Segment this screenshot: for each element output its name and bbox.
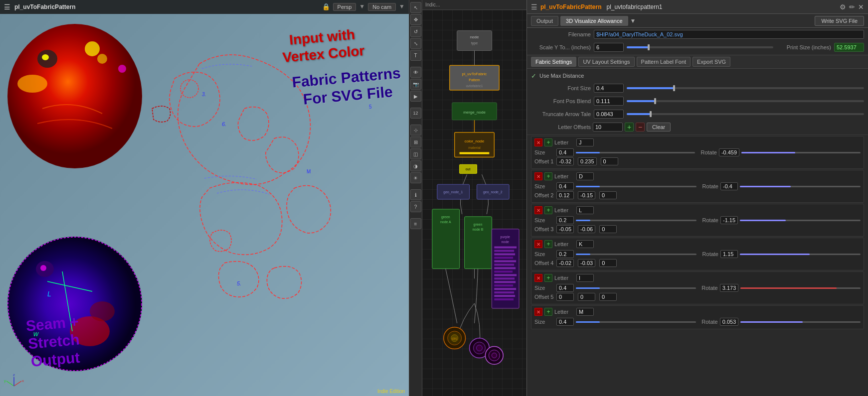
letter-d-offset-x[interactable]: 0.12 xyxy=(556,191,574,199)
letter-j-remove[interactable]: ✕ xyxy=(534,138,542,146)
letter-i-add[interactable]: + xyxy=(544,274,552,282)
letter-l-offset-z[interactable]: 0 xyxy=(599,225,617,233)
letter-i-size-slider[interactable] xyxy=(576,287,696,289)
toolbar-btn-layers[interactable]: ≡ xyxy=(410,218,421,229)
letter-k-size-slider[interactable] xyxy=(576,254,696,255)
letter-k-remove[interactable]: ✕ xyxy=(534,240,542,248)
toolbar-btn-transform[interactable]: T xyxy=(410,50,421,61)
letter-d-offset-y[interactable]: -0.15 xyxy=(578,191,595,199)
btn-uv-layout[interactable]: UV Layout Settings xyxy=(578,57,634,67)
letter-j-size-value[interactable]: 0.4 xyxy=(556,148,574,156)
letter-m-size-value[interactable]: 0.4 xyxy=(556,318,574,326)
clear-btn[interactable]: Clear xyxy=(647,123,671,132)
letter-i-offset-x[interactable]: 0 xyxy=(556,293,574,301)
toolbar-btn-grid[interactable]: ⊞ xyxy=(410,136,421,147)
letter-m-size-slider[interactable] xyxy=(576,321,696,323)
truncate-arrow-slider[interactable] xyxy=(627,113,864,115)
letter-k-rotate-value[interactable]: 1.15 xyxy=(720,250,738,258)
toolbar-btn-info[interactable]: ℹ xyxy=(410,189,421,200)
scale-y-slider[interactable] xyxy=(627,46,773,48)
letter-i-offset-y[interactable]: 0 xyxy=(578,293,595,301)
font-pos-blend-value[interactable]: 0.111 xyxy=(594,97,624,106)
letter-j-offset-z[interactable]: 0 xyxy=(601,157,618,165)
letter-d-rotate-slider[interactable] xyxy=(740,186,861,187)
toolbar-btn-wireframe[interactable]: ◫ xyxy=(410,148,421,159)
letter-l-offset-x[interactable]: -0.05 xyxy=(556,225,574,233)
tab-visualize[interactable]: 3D Visualize Allowance xyxy=(560,16,628,26)
letter-d-offset-z[interactable]: 0 xyxy=(599,191,617,199)
gear-icon[interactable]: ⚙ xyxy=(840,3,846,11)
btn-export-svg[interactable]: Export SVG xyxy=(693,57,730,67)
letter-j-rotate-value[interactable]: -0.459 xyxy=(719,148,739,156)
letter-i-size-value[interactable]: 0.4 xyxy=(556,284,574,292)
write-svg-button[interactable]: Write SVG File xyxy=(815,16,864,26)
letter-j-offset-y[interactable]: 0.235 xyxy=(578,157,597,165)
letter-l-remove[interactable]: ✕ xyxy=(534,206,542,214)
font-size-value[interactable]: 0.4 xyxy=(594,84,624,93)
letter-offsets-value[interactable]: 10 xyxy=(593,123,623,132)
btn-pattern-label[interactable]: Pattern Label Font xyxy=(637,57,691,67)
add-offset-btn[interactable]: + xyxy=(625,123,634,132)
toolbar-btn-scale[interactable]: ⤡ xyxy=(410,38,421,49)
letter-l-add[interactable]: + xyxy=(544,206,552,214)
letter-k-offset-z[interactable]: 0 xyxy=(599,259,617,267)
letter-l-offset-y[interactable]: -0.06 xyxy=(578,225,595,233)
toolbar-btn-rotate[interactable]: ↺ xyxy=(410,26,421,37)
letter-l-size-value[interactable]: 0.2 xyxy=(556,216,574,224)
letter-d-size-value[interactable]: 0.4 xyxy=(556,182,574,190)
letter-i-offset-z[interactable]: 0 xyxy=(599,293,617,301)
toolbar-btn-light[interactable]: ☀ xyxy=(410,172,421,183)
letter-d-size-slider[interactable] xyxy=(576,186,696,187)
persp-menu[interactable]: Persp xyxy=(333,3,356,11)
letter-k-offset-x[interactable]: -0.02 xyxy=(556,259,574,267)
toolbar-btn-12[interactable]: 12 xyxy=(410,108,421,119)
toolbar-btn-render[interactable]: ▶ xyxy=(410,91,421,102)
toolbar-btn-shade[interactable]: ◑ xyxy=(410,160,421,171)
btn-fabric-settings[interactable]: Fabric Settings xyxy=(531,57,576,67)
toolbar-btn-select[interactable]: ↖ xyxy=(410,2,421,13)
print-size-value[interactable]: 52.5937 xyxy=(834,43,864,52)
letter-l-value[interactable]: L xyxy=(576,206,594,214)
close-icon[interactable]: ✕ xyxy=(858,3,864,11)
toolbar-btn-move[interactable]: ✥ xyxy=(410,14,421,25)
toolbar-btn-camera[interactable]: 📷 xyxy=(410,79,421,90)
hamburger-icon[interactable]: ☰ xyxy=(4,3,10,11)
letter-d-add[interactable]: + xyxy=(544,172,552,180)
letter-k-offset-y[interactable]: -0.03 xyxy=(578,259,595,267)
letter-j-add[interactable]: + xyxy=(544,138,552,146)
letter-i-remove[interactable]: ✕ xyxy=(534,274,542,282)
panel-hamburger[interactable]: ☰ xyxy=(531,3,537,11)
letter-l-rotate-slider[interactable] xyxy=(740,220,861,221)
letter-i-rotate-value[interactable]: 3.173 xyxy=(720,284,739,292)
letter-m-rotate-slider[interactable] xyxy=(740,321,861,323)
scale-y-value[interactable]: 6 xyxy=(594,43,624,52)
letter-j-offset-x[interactable]: -0.32 xyxy=(556,157,574,165)
letter-d-rotate-value[interactable]: -0.4 xyxy=(720,182,738,190)
toolbar-btn-help[interactable]: ? xyxy=(410,201,421,212)
letter-j-size-slider[interactable] xyxy=(576,152,695,153)
tab-dropdown-icon[interactable]: ▼ xyxy=(630,17,636,24)
remove-offset-btn[interactable]: − xyxy=(636,123,645,132)
cam-menu[interactable]: No cam xyxy=(368,3,396,11)
panel-content[interactable]: Filename $HIP/a04_DarylTheDuck_A_02.svg … xyxy=(527,28,868,396)
font-size-slider[interactable] xyxy=(627,87,864,89)
letter-m-rotate-value[interactable]: 0.053 xyxy=(720,318,739,326)
letter-m-add[interactable]: + xyxy=(544,308,552,316)
letter-k-value[interactable]: K xyxy=(576,240,594,248)
lock-icon[interactable]: 🔒 xyxy=(322,3,330,11)
letter-j-rotate-slider[interactable] xyxy=(741,152,861,153)
truncate-arrow-value[interactable]: 0.0843 xyxy=(594,110,624,119)
letter-m-value[interactable]: M xyxy=(576,308,594,316)
letter-d-remove[interactable]: ✕ xyxy=(534,172,542,180)
filename-value[interactable]: $HIP/a04_DarylTheDuck_A_02.svg xyxy=(594,30,864,39)
use-max-distance-label[interactable]: Use Max Distance xyxy=(539,73,584,79)
toolbar-btn-view[interactable]: 👁 xyxy=(410,67,421,78)
letter-l-rotate-value[interactable]: -1.15 xyxy=(720,216,738,224)
letter-l-size-slider[interactable] xyxy=(576,220,696,221)
toolbar-btn-snap[interactable]: ⊹ xyxy=(410,125,421,135)
letter-j-value[interactable]: J xyxy=(576,138,594,146)
letter-m-remove[interactable]: ✕ xyxy=(534,308,542,316)
node-graph-bg[interactable]: node type pl_uvToFabric Pattern uvtofabr… xyxy=(422,10,526,396)
letter-i-rotate-slider[interactable] xyxy=(740,287,861,289)
edit-icon[interactable]: ✏ xyxy=(849,3,855,11)
